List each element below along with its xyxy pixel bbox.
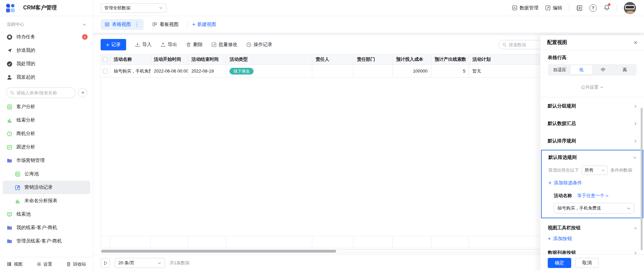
default-sort-rule-row[interactable]: 默认排序规则 xyxy=(540,132,644,150)
chevron-down-icon xyxy=(601,169,605,172)
close-icon[interactable]: × xyxy=(634,40,637,46)
sidebar-item-handled-by-me[interactable]: 我处理的 xyxy=(0,57,93,71)
view-toolbar-buttons-row[interactable]: 视图工具栏按钮 xyxy=(540,222,644,234)
chevron-up-icon xyxy=(83,23,86,27)
tab-more-icon[interactable]: ⋮ xyxy=(135,21,140,28)
sidebar-section-process-center[interactable]: 流程中心 xyxy=(0,19,93,30)
condition-operator-select[interactable]: 等于任意一个 xyxy=(577,193,609,199)
sidebar-item-customer-analysis[interactable]: 客户分析 xyxy=(0,100,93,114)
sidebar-item-marketing-folder[interactable]: 市场营销管理 xyxy=(0,154,93,167)
tab-kanban-view[interactable]: 看板视图 xyxy=(148,19,182,30)
data-scope-select[interactable]: 管理全部数据 xyxy=(101,3,166,13)
batch-edit-button[interactable]: 批量修改 xyxy=(211,42,237,48)
column-header[interactable]: 活动计划 xyxy=(469,54,545,65)
notifications-button[interactable] xyxy=(603,4,610,12)
summary-cell xyxy=(393,236,431,248)
column-header[interactable]: 活动开始时间 xyxy=(151,54,188,65)
export-button[interactable]: 导出 xyxy=(160,42,177,48)
edit-button[interactable]: 编辑 xyxy=(545,5,562,11)
add-form-button[interactable]: + xyxy=(78,88,88,97)
column-header[interactable]: 预计投入成本 xyxy=(393,54,431,65)
cell-activity-name: 抽号购买，手机免费送 xyxy=(110,65,151,78)
horizontal-scrollbar-thumb[interactable] xyxy=(101,250,336,253)
add-button-label: 添加按钮 xyxy=(553,236,572,242)
sidebar-item-marketing-records[interactable]: 营销活动记录 xyxy=(3,181,90,194)
confirm-button[interactable]: 确定 xyxy=(548,258,571,268)
help-icon[interactable]: ? xyxy=(589,4,597,12)
sidebar-item-public-pool[interactable]: 公海池 xyxy=(0,167,93,181)
sidebar-item-label: 待办任务 xyxy=(16,34,35,40)
column-header[interactable]: 预计产出线索数 xyxy=(431,54,469,65)
form-search-input[interactable] xyxy=(16,90,72,95)
summary-cell xyxy=(469,236,545,248)
operation-log-button[interactable]: 操作记录 xyxy=(246,42,272,48)
footer-recycle-bin-button[interactable]: 回收站 xyxy=(66,261,86,267)
select-all-checkbox[interactable] xyxy=(103,57,108,62)
app-logo-icon[interactable] xyxy=(6,4,15,12)
data-manage-button[interactable]: 数据管理 xyxy=(512,5,538,11)
sidebar-item-follow-analysis[interactable]: 跟进分析 xyxy=(0,140,93,154)
view-tabs-bar: 表格视图 ⋮ 看板视图 + 新建视图 xyxy=(93,16,644,33)
notification-dot xyxy=(608,3,610,6)
address-book-icon[interactable] xyxy=(576,5,583,11)
sidebar-item-todo-tasks[interactable]: 待办任务 6 xyxy=(0,30,93,44)
default-filter-rule-row[interactable]: 默认筛选规则 xyxy=(548,154,637,161)
delete-button[interactable]: 删除 xyxy=(186,42,203,48)
footer-settings-button[interactable]: 设置 xyxy=(37,261,52,267)
summary-cell xyxy=(110,236,151,248)
form-search-box[interactable] xyxy=(6,87,75,98)
table-row[interactable]: 抽号购买，手机免费送 2022-06-06 00:00:00 2022-08-1… xyxy=(101,65,545,78)
filter-match-select[interactable]: 所有 xyxy=(582,166,608,175)
column-header[interactable]: 责任人 xyxy=(312,54,354,65)
page-size-select[interactable]: 20 条/页 xyxy=(115,258,165,268)
add-toolbar-button[interactable]: + 添加按钮 xyxy=(548,236,637,242)
row-height-option-medium[interactable]: 中 xyxy=(592,65,614,75)
user-avatar[interactable] xyxy=(624,2,636,14)
sidebar-item-label: 我的线索-客户-商机 xyxy=(16,225,57,231)
row-height-option-low[interactable]: 低 xyxy=(571,65,592,75)
row-height-option-high[interactable]: 高 xyxy=(614,65,636,75)
filter-condition: 活动名称 等于任意一个 抽号购买，手机免费送 xyxy=(554,193,637,214)
tab-label: 看板视图 xyxy=(160,21,178,28)
row-height-button[interactable] xyxy=(101,258,110,268)
new-view-button[interactable]: + 新建视图 xyxy=(192,21,216,28)
footer-views-button[interactable]: 视图 xyxy=(7,261,22,267)
sidebar-item-cc-to-me[interactable]: 抄送我的 xyxy=(0,44,93,57)
column-header[interactable]: 责任部门 xyxy=(354,54,393,65)
column-header[interactable]: 活动名称 xyxy=(110,54,151,65)
import-icon xyxy=(135,42,140,47)
sidebar-item-my-leads[interactable]: 我的线索-客户-商机 xyxy=(0,221,93,234)
cancel-button[interactable]: 取消 xyxy=(575,258,599,268)
row-checkbox[interactable] xyxy=(103,69,108,74)
sort-lines-icon xyxy=(103,261,108,266)
sidebar-item-lead-pool[interactable]: 线索池 xyxy=(0,208,93,221)
table-search-input[interactable] xyxy=(509,42,539,47)
section-label: 默认筛选规则 xyxy=(548,154,577,161)
import-button[interactable]: 导入 xyxy=(135,42,152,48)
table-search-box[interactable] xyxy=(498,40,543,49)
views-list-icon xyxy=(7,262,12,267)
sidebar-item-opportunity-analysis[interactable]: 商机分析 xyxy=(0,127,93,140)
column-header[interactable]: 活动类型 xyxy=(226,54,312,65)
default-group-rule-row[interactable]: 默认分组规则 xyxy=(540,97,644,115)
add-record-button[interactable]: + 记录 xyxy=(101,39,126,50)
panel-scrollbar-thumb[interactable] xyxy=(641,108,643,250)
common-settings-toggle[interactable]: 公共设置 xyxy=(540,84,644,90)
horizontal-scrollbar[interactable] xyxy=(101,249,545,253)
sidebar-item-initiated-by-me[interactable]: 我发起的 xyxy=(0,71,93,84)
sidebar-item-unnamed-report[interactable]: 未命名分析报表 xyxy=(0,194,93,208)
row-height-label: 表格行高 xyxy=(548,55,637,61)
condition-value-select[interactable]: 抽号购买，手机免费送 xyxy=(554,203,634,214)
sidebar-item-admin-leads[interactable]: 管理员线索-客户-商机 xyxy=(0,234,93,248)
filter-suffix-text: 条件的数据 xyxy=(610,167,632,173)
row-height-option-auto[interactable]: 自适应 xyxy=(549,65,571,75)
sidebar-item-lead-analysis[interactable]: 线索分析 xyxy=(0,114,93,127)
sidebar-item-label: 市场营销管理 xyxy=(16,157,45,164)
section-label: 默认数据汇总 xyxy=(548,121,576,127)
tab-table-view[interactable]: 表格视图 ⋮ xyxy=(101,19,144,30)
cell-end-time: 2022-08-19 xyxy=(188,65,226,78)
add-filter-condition-button[interactable]: + 添加筛选条件 xyxy=(548,180,637,186)
column-header[interactable]: 活动结束时间 xyxy=(188,54,226,65)
default-summary-rule-row[interactable]: 默认数据汇总 xyxy=(540,115,644,132)
search-icon xyxy=(502,42,507,47)
